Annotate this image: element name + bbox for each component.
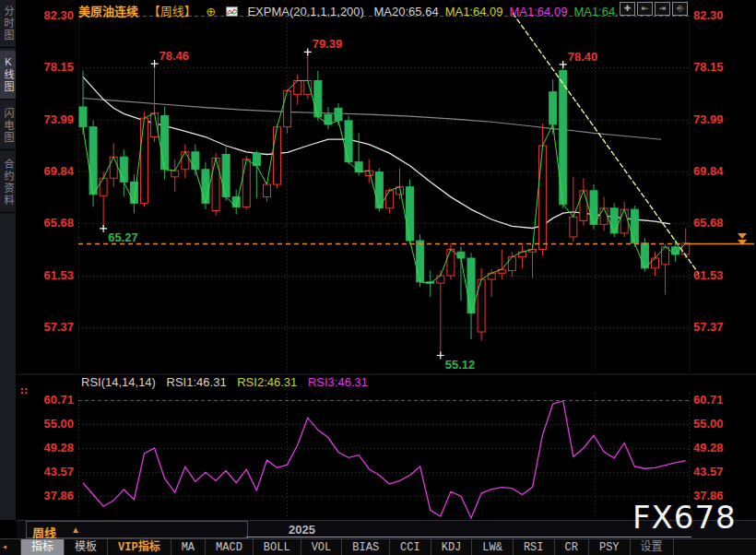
window-icons: ✚⇤⇥⎆: [618, 2, 688, 16]
price-annotation: 78.40: [568, 50, 598, 64]
app-window: 分时图K线图闪电图合约资料 美原油连续 【周线】 ⊕ EXPMA(20,1,1,…: [0, 0, 756, 555]
period-arrow-icon: ▲: [71, 525, 80, 535]
period-tag: 【周线】: [148, 5, 196, 18]
chart-canvas[interactable]: [0, 0, 756, 555]
price-annotation: 65.27: [108, 230, 138, 244]
rsi2-value: RSI2:46.31: [237, 375, 297, 389]
rsi3-value: RSI3:46.31: [308, 375, 368, 389]
price-annotation: 55.12: [445, 358, 476, 372]
rsi-header: RSI(14,14,14) RSI1:46.31 RSI2:46.31 RSI3…: [81, 375, 375, 389]
toolbar-item-BOLL[interactable]: BOLL: [254, 539, 301, 555]
toolbar-item-PSY[interactable]: PSY: [589, 539, 631, 555]
add-icon[interactable]: ⊕: [206, 5, 216, 18]
toolbar-item-设置[interactable]: 设置: [631, 539, 674, 555]
price-annotation: 79.39: [313, 37, 343, 51]
rsi-title: RSI(14,14,14): [81, 375, 156, 389]
price-axis-label: 43.57: [17, 466, 74, 478]
toolbar-item-MACD[interactable]: MACD: [206, 539, 254, 555]
scroll-left-icon[interactable]: ◂: [0, 539, 21, 555]
price-axis-label: 78.15: [17, 62, 74, 73]
price-axis-label: 65.68: [693, 218, 752, 229]
price-axis-label: 82.30: [693, 10, 752, 21]
ma-value-label: MA1:64.: [573, 5, 618, 18]
toolbar-item-RSI[interactable]: RSI: [514, 539, 555, 555]
price-axis-label: 57.37: [17, 322, 74, 333]
toolbar-item-指标[interactable]: 指标: [21, 539, 65, 555]
price-axis-label: 49.28: [17, 443, 74, 454]
mini-chart-icon[interactable]: [226, 6, 238, 19]
indicator-settings-icon[interactable]: ∷: [20, 385, 28, 397]
price-axis-label: 69.84: [17, 166, 74, 177]
price-axis-label: 43.57: [693, 466, 752, 478]
price-axis-label: 69.84: [693, 166, 752, 177]
watermark: FX678: [632, 499, 737, 536]
price-axis-label: 37.86: [17, 490, 74, 502]
toolbar-item-MA[interactable]: MA: [171, 539, 206, 555]
ma-value-label: MA1:64.09: [510, 5, 568, 18]
price-axis-label: 61.53: [17, 270, 74, 281]
axis-underline: [246, 537, 691, 537]
toolbar-item-模板[interactable]: 模板: [65, 539, 108, 555]
toolbar-item-CCI[interactable]: CCI: [390, 539, 431, 555]
price-axis-label: 73.99: [693, 114, 752, 125]
toolbar-item-KDJ[interactable]: KDJ: [431, 539, 473, 555]
price-axis-label: 65.68: [17, 218, 74, 229]
price-axis-label: 60.71: [693, 395, 752, 406]
period-tab[interactable]: 周线 ▲: [26, 521, 248, 538]
price-annotation: 78.46: [159, 49, 190, 63]
price-axis-label: 55.00: [693, 419, 752, 430]
price-axis-label: 73.99: [17, 114, 74, 125]
pan-left-icon[interactable]: ⇤: [637, 2, 653, 16]
exit-icon[interactable]: ⎆: [672, 2, 688, 16]
year-label: 2025: [289, 523, 315, 537]
price-axis-label: 82.30: [17, 10, 74, 21]
chart-header: 美原油连续 【周线】 ⊕ EXPMA(20,1,1,1,200) MA20:65…: [78, 2, 632, 16]
toolbar-item-CR[interactable]: CR: [555, 539, 589, 555]
indicator-formula: EXPMA(20,1,1,1,200): [247, 5, 363, 18]
price-axis-label: 57.37: [693, 322, 752, 333]
price-axis-label: 55.00: [17, 419, 74, 430]
pan-right-icon[interactable]: ⇥: [655, 2, 670, 16]
ma-values: MA20:65.64MA1:64.09MA1:64.09MA1:64.: [374, 5, 625, 18]
toolbar-item-LW&[interactable]: LW&: [472, 539, 514, 555]
toolbar-item-VOL[interactable]: VOL: [301, 539, 343, 555]
crosshair-icon[interactable]: ✚: [620, 2, 635, 16]
ma-value-label: MA1:64.09: [445, 5, 503, 18]
toolbar-item-VIP指标[interactable]: VIP指标: [108, 539, 171, 555]
price-axis-label: 61.53: [693, 270, 752, 281]
toolbar-item-BIAS[interactable]: BIAS: [342, 539, 390, 555]
rsi1-value: RSI1:46.31: [167, 375, 227, 389]
price-axis-label: 78.15: [693, 62, 752, 73]
indicator-toolbar: ◂ 指标模板VIP指标MAMACDBOLLVOLBIASCCIKDJLW&RSI…: [0, 538, 756, 555]
price-axis-label: 49.28: [693, 443, 752, 454]
ma-value-label: MA20:65.64: [374, 5, 439, 18]
symbol-name[interactable]: 美原油连续: [78, 5, 138, 18]
